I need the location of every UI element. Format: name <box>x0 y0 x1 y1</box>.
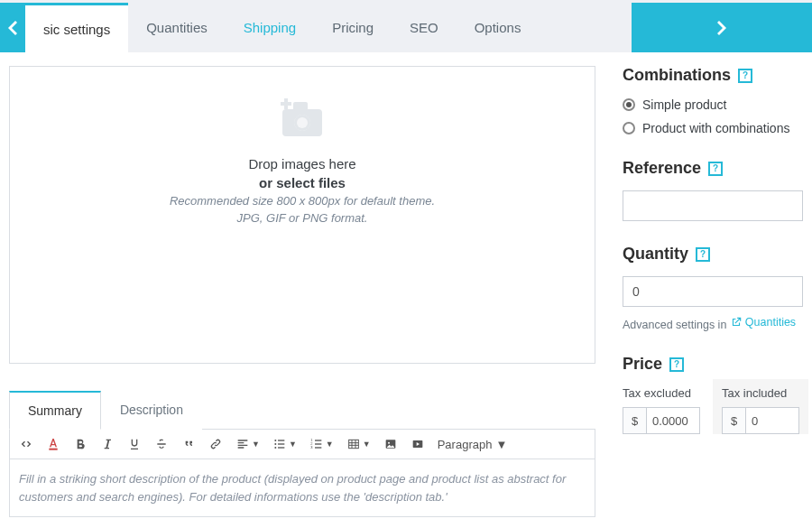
tab-label: Options <box>475 20 521 35</box>
price-excluded-input[interactable] <box>646 407 700 434</box>
radio-simple-product[interactable]: Simple product <box>623 97 803 112</box>
svg-text:3: 3 <box>310 445 313 449</box>
strikethrough-icon[interactable] <box>154 437 169 451</box>
svg-rect-19 <box>315 447 321 448</box>
dropzone-line1: Drop images here <box>248 156 355 171</box>
svg-rect-6 <box>281 102 291 106</box>
align-icon[interactable]: ▼ <box>235 437 260 451</box>
svg-rect-11 <box>278 440 284 440</box>
editor-toolbar: ▼ ▼ 123▼ ▼ Paragraph▼ <box>9 430 595 459</box>
svg-point-8 <box>274 440 276 441</box>
tab-pricing[interactable]: Pricing <box>314 3 392 52</box>
camera-add-icon <box>277 98 328 144</box>
reference-title: Reference? <box>623 159 803 178</box>
media-icon[interactable] <box>411 437 425 451</box>
link-icon[interactable] <box>208 437 223 451</box>
external-link-icon <box>730 316 743 329</box>
quantity-section: Quantity? Advanced settings in Quantitie… <box>623 245 803 331</box>
tab-basic-settings[interactable]: sic settings <box>25 3 128 52</box>
combinations-section: Combinations? Simple product Product wit… <box>623 66 803 135</box>
tab-label: Shipping <box>244 20 296 35</box>
tab-label: Quantities <box>146 20 208 35</box>
help-icon[interactable]: ? <box>738 69 752 83</box>
etab-label: Description <box>120 403 183 417</box>
tab-scroll-right[interactable] <box>632 3 812 52</box>
svg-point-10 <box>274 447 276 449</box>
price-title: Price? <box>623 355 803 374</box>
tab-label: sic settings <box>43 22 110 37</box>
format-label: Paragraph <box>438 438 493 451</box>
quantity-title: Quantity? <box>623 245 803 264</box>
price-included-input[interactable] <box>745 407 799 434</box>
blockquote-icon[interactable] <box>181 437 196 451</box>
price-excluded-label: Tax excluded <box>623 386 700 400</box>
bold-icon[interactable] <box>73 437 88 451</box>
svg-rect-12 <box>278 443 284 444</box>
tab-quantities[interactable]: Quantities <box>128 3 226 52</box>
format-select[interactable]: Paragraph▼ <box>438 438 508 451</box>
table-icon[interactable]: ▼ <box>346 437 371 451</box>
svg-point-4 <box>297 117 308 128</box>
tab-scroll-left[interactable] <box>0 3 25 52</box>
editor-tabs: Summary Description <box>9 391 595 430</box>
svg-rect-13 <box>278 447 284 448</box>
tab-label: Pricing <box>332 20 374 35</box>
text-color-icon[interactable] <box>46 437 60 451</box>
radio-icon <box>623 98 635 111</box>
quantity-input[interactable] <box>623 276 803 307</box>
dropzone-line3: Recommended size 800 x 800px for default… <box>170 194 435 208</box>
image-icon[interactable] <box>383 437 398 451</box>
price-included-label: Tax included <box>722 386 799 400</box>
price-included-col: Tax included $ <box>713 379 808 434</box>
help-icon[interactable]: ? <box>696 247 710 262</box>
radio-icon <box>623 122 635 134</box>
help-icon[interactable]: ? <box>708 162 723 176</box>
reference-input[interactable] <box>623 190 803 221</box>
tab-seo[interactable]: SEO <box>392 3 457 52</box>
underline-icon[interactable] <box>127 437 142 451</box>
svg-rect-17 <box>315 440 321 440</box>
price-section: Price? Tax excluded $ Tax included $ <box>623 355 803 434</box>
editor-placeholder[interactable]: Fill in a striking short description of … <box>9 459 595 517</box>
section-title-text: Price <box>623 355 662 374</box>
radio-label: Product with combinations <box>642 121 789 135</box>
svg-point-26 <box>388 442 390 444</box>
editor-tab-summary[interactable]: Summary <box>9 391 101 430</box>
section-title-text: Quantity <box>623 245 688 264</box>
price-excluded-col: Tax excluded $ <box>623 386 700 434</box>
currency-symbol: $ <box>722 407 745 434</box>
section-title-text: Combinations <box>623 66 731 85</box>
advanced-settings-hint: Advanced settings in Quantities <box>623 316 803 331</box>
quantities-link[interactable]: Quantities <box>730 316 796 329</box>
section-title-text: Reference <box>623 159 701 178</box>
dropzone-line4: JPG, GIF or PNG format. <box>237 211 368 225</box>
adv-link-text: Quantities <box>745 316 796 329</box>
svg-point-9 <box>274 443 276 445</box>
adv-prefix: Advanced settings in <box>623 319 730 331</box>
italic-icon[interactable] <box>100 437 115 451</box>
dropzone-line2: or select files <box>259 175 346 190</box>
svg-rect-18 <box>315 443 321 444</box>
image-dropzone[interactable]: Drop images here or select files Recomme… <box>9 66 595 364</box>
radio-label: Simple product <box>642 97 726 112</box>
currency-symbol: $ <box>623 407 646 434</box>
tab-options[interactable]: Options <box>457 3 540 52</box>
etab-label: Summary <box>28 403 82 418</box>
svg-rect-1 <box>293 102 308 111</box>
main-tabs: sic settings Quantities Shipping Pricing… <box>25 3 539 52</box>
radio-product-combinations[interactable]: Product with combinations <box>623 121 803 135</box>
combinations-title: Combinations? <box>623 66 803 85</box>
tab-shipping[interactable]: Shipping <box>226 3 314 52</box>
svg-rect-7 <box>49 449 57 450</box>
reference-section: Reference? <box>623 159 803 221</box>
source-code-icon[interactable] <box>19 437 33 451</box>
svg-rect-20 <box>348 440 358 448</box>
bullet-list-icon[interactable]: ▼ <box>272 437 297 451</box>
numbered-list-icon[interactable]: 123▼ <box>309 437 334 451</box>
editor-tab-description[interactable]: Description <box>101 391 202 430</box>
help-icon[interactable]: ? <box>669 357 684 372</box>
tab-label: SEO <box>410 20 438 35</box>
